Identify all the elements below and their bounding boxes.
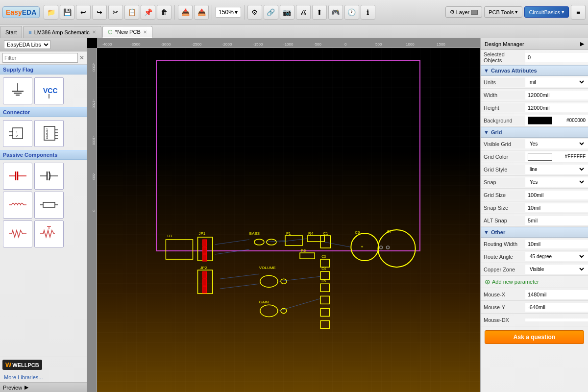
history-btn[interactable]: 🕐 xyxy=(344,5,359,20)
logo[interactable]: EasyEDA xyxy=(2,6,40,18)
units-label: Units xyxy=(481,78,525,87)
lib-item-cap[interactable] xyxy=(3,163,32,190)
grid-style-value[interactable]: line xyxy=(525,165,588,174)
filter-input[interactable] xyxy=(2,53,78,63)
lib-item-vcc[interactable]: VCC xyxy=(34,77,64,104)
filter-clear-btn[interactable]: ✕ xyxy=(79,54,84,61)
route-angle-value[interactable]: 45 degree xyxy=(525,252,588,261)
canvas-area[interactable]: -4000 -3500 -3000 -2500 -2000 -1500 -100… xyxy=(87,38,480,392)
cut-btn[interactable]: ✂ xyxy=(108,5,123,20)
tab-newpcb[interactable]: ⬡ *New PCB ✕ xyxy=(102,26,152,38)
copper-zone-select[interactable]: Visible xyxy=(528,266,586,272)
import-btn[interactable]: 📥 xyxy=(178,5,193,20)
ruler-horizontal: -4000 -3500 -3000 -2500 -2000 -1500 -100… xyxy=(97,38,480,48)
design-manager-btn[interactable]: Design Manager ▶ xyxy=(481,38,588,50)
lib-item-resistor3[interactable] xyxy=(34,220,64,247)
grid-color-value[interactable]: #FFFFFF xyxy=(525,151,588,162)
redo-btn[interactable]: ↪ xyxy=(92,5,107,20)
resistor-symbol xyxy=(39,196,59,214)
paste-btn[interactable]: 📌 xyxy=(141,5,155,20)
svg-text:VCC: VCC xyxy=(43,87,58,95)
settings-btn[interactable]: ⚙ xyxy=(247,5,262,20)
visible-grid-label: Visible Grid xyxy=(481,140,525,148)
top-right-buttons: ⚙ Layer PCB Tools ▾ CircuitBasics ▾ ≡ xyxy=(445,5,586,20)
capacitor2-symbol xyxy=(39,168,59,185)
grid-header[interactable]: ▼ Grid xyxy=(481,127,588,138)
file-btn[interactable]: 📁 xyxy=(44,5,58,20)
more-libraries-link[interactable]: More Libraries... xyxy=(4,374,43,380)
mouse-y-label: Mouse-Y xyxy=(481,303,525,312)
grid-color-swatch[interactable] xyxy=(528,153,552,161)
route-angle-select[interactable]: 45 degree xyxy=(528,253,586,260)
left-panel: EasyEDA Libs ✕ Supply Flag VCC xyxy=(0,38,87,392)
lib-item-con4[interactable]: 1 2 3 4 xyxy=(34,120,64,147)
save-btn[interactable]: 💾 xyxy=(60,5,74,20)
background-swatch[interactable] xyxy=(528,117,552,124)
height-value[interactable]: 12000mil xyxy=(525,103,588,112)
share-btn[interactable]: 🔗 xyxy=(264,5,278,20)
separator-3 xyxy=(244,5,245,20)
copy-btn[interactable]: 📋 xyxy=(124,5,139,20)
lib-bottom-bar: W WELLPCB xyxy=(0,357,87,372)
snap-label: Snap xyxy=(481,178,525,187)
canvas-attrs-label: Canvas Attributes xyxy=(491,68,537,74)
tab-lm386[interactable]: ≡ LM386 Amp Schematic ✕ xyxy=(23,26,101,38)
export-btn[interactable]: 📤 xyxy=(194,5,209,20)
snap-value[interactable]: Yes xyxy=(525,177,588,187)
grid-style-select[interactable]: line xyxy=(528,166,586,172)
grid-color-label: Grid Color xyxy=(481,152,525,161)
lib-item-resistor[interactable] xyxy=(34,192,64,219)
delete-btn[interactable]: 🗑 xyxy=(157,5,172,20)
preview-icon: ▶ xyxy=(24,384,28,391)
lib-item-cap2[interactable] xyxy=(34,163,64,190)
more-menu-btn[interactable]: ≡ xyxy=(571,5,586,20)
grid-style-label: Grid Style xyxy=(481,165,525,174)
zoom-display[interactable]: 150% ▾ xyxy=(215,7,241,18)
route-angle-label: Route Angle xyxy=(481,252,525,261)
units-value[interactable]: mil xyxy=(525,77,588,87)
separator-1 xyxy=(174,5,175,20)
ask-question-button[interactable]: Ask a question xyxy=(485,330,584,344)
export2-btn[interactable]: ⬆ xyxy=(312,5,327,20)
con2-symbol: 1 2 xyxy=(8,125,27,142)
tab-lm386-close[interactable]: ✕ xyxy=(92,29,96,35)
filter-row: ✕ xyxy=(0,51,87,65)
library-select[interactable]: EasyEDA Libs xyxy=(4,40,50,49)
grid-color-hex: #FFFFFF xyxy=(565,154,586,159)
pcb-tools-button[interactable]: PCB Tools ▾ xyxy=(484,6,522,18)
visible-grid-select[interactable]: Yes xyxy=(528,141,586,147)
tab-start[interactable]: Start xyxy=(0,26,22,38)
copper-zone-value[interactable]: Visible xyxy=(525,265,588,274)
snap-size-value[interactable]: 10mil xyxy=(525,203,588,212)
lib-item-resistor2[interactable] xyxy=(3,220,32,247)
gnd-symbol xyxy=(8,82,27,99)
lib-item-gnd[interactable] xyxy=(3,77,32,104)
other-label: Other xyxy=(491,229,505,235)
alt-snap-value[interactable]: 5mil xyxy=(525,216,588,225)
layer-button[interactable]: ⚙ Layer xyxy=(445,6,483,18)
snap-select[interactable]: Yes xyxy=(528,179,586,185)
width-value[interactable]: 12000mil xyxy=(525,91,588,99)
units-select[interactable]: mil xyxy=(528,79,586,85)
layer-label: Layer xyxy=(456,9,470,15)
info-btn[interactable]: ℹ xyxy=(361,5,375,20)
steam-btn[interactable]: 🎮 xyxy=(328,5,343,20)
add-param-button[interactable]: ⊕ Add new parameter xyxy=(481,276,588,288)
other-header[interactable]: ▼ Other xyxy=(481,227,588,238)
tab-newpcb-close[interactable]: ✕ xyxy=(143,29,147,35)
photo-btn[interactable]: 📷 xyxy=(280,5,294,20)
vcc-symbol: VCC xyxy=(39,82,59,99)
print-btn[interactable]: 🖨 xyxy=(296,5,311,20)
visible-grid-row: Visible Grid Yes xyxy=(481,138,588,150)
visible-grid-value[interactable]: Yes xyxy=(525,139,588,148)
background-value[interactable]: #000000 xyxy=(525,115,588,126)
undo-btn[interactable]: ↩ xyxy=(76,5,91,20)
grid-size-value[interactable]: 100mil xyxy=(525,191,588,199)
canvas-attrs-header[interactable]: ▼ Canvas Attributes xyxy=(481,65,588,76)
lib-item-inductor[interactable] xyxy=(3,192,32,219)
lib-item-con2[interactable]: 1 2 xyxy=(3,120,32,147)
layer-color xyxy=(471,10,478,15)
circuit-basics-button[interactable]: CircuitBasics ▾ xyxy=(524,6,569,18)
add-param-icon: ⊕ xyxy=(485,278,490,286)
routing-width-value[interactable]: 10mil xyxy=(525,240,588,248)
